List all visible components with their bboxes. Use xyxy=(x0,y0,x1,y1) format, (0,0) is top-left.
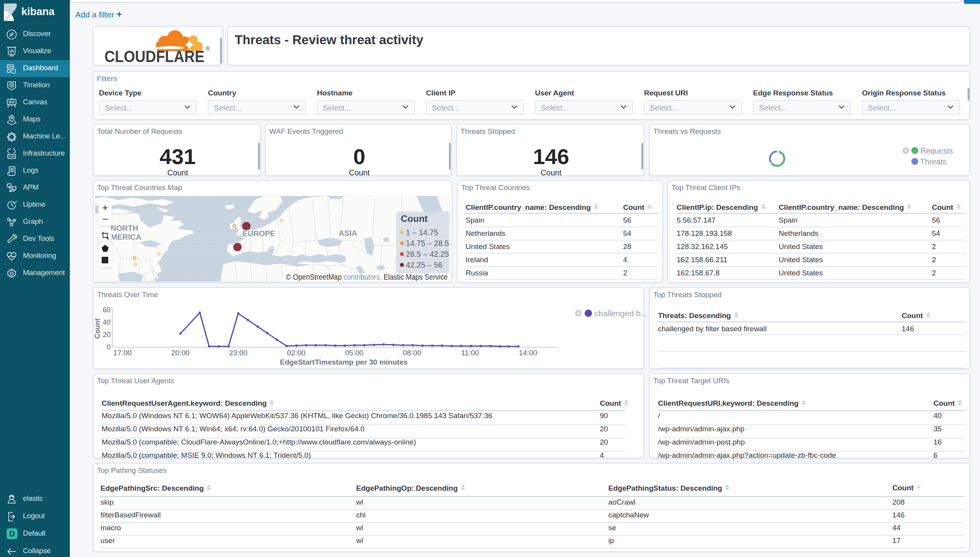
svg-text:NORTH: NORTH xyxy=(111,224,138,232)
svg-text:14.75 – 28.5: 14.75 – 28.5 xyxy=(406,239,449,247)
svg-text:EUROPE: EUROPE xyxy=(242,229,275,238)
svg-text:Count: Count xyxy=(93,318,101,339)
svg-text:02:00: 02:00 xyxy=(287,349,306,357)
svg-text:Count: Count xyxy=(401,213,428,224)
svg-text:08:00: 08:00 xyxy=(403,349,421,357)
svg-text:42.25 – 56: 42.25 – 56 xyxy=(406,261,443,269)
svg-text:®: ® xyxy=(206,45,210,52)
svg-text:11:00: 11:00 xyxy=(461,349,479,357)
svg-text:60: 60 xyxy=(103,306,111,314)
svg-text:40: 40 xyxy=(103,318,111,326)
svg-text:20:00: 20:00 xyxy=(171,349,190,357)
svg-text:20: 20 xyxy=(103,331,111,339)
svg-text:© OpenStreetMap contributors,: © OpenStreetMap contributors, Elastic Ma… xyxy=(286,273,448,281)
svg-text:17:00: 17:00 xyxy=(113,349,132,357)
svg-text:23:00: 23:00 xyxy=(229,349,248,357)
svg-text:28.5 – 42.25: 28.5 – 42.25 xyxy=(406,250,449,258)
svg-text:05:00: 05:00 xyxy=(345,349,364,357)
svg-text:CLOUDFLARE: CLOUDFLARE xyxy=(104,47,204,65)
svg-text:ASIA: ASIA xyxy=(339,229,357,237)
svg-text:14:00: 14:00 xyxy=(519,349,537,357)
svg-text:EdgeStartTimestamp per 30 minu: EdgeStartTimestamp per 30 minutes xyxy=(280,358,407,366)
svg-text:1 – 14.75: 1 – 14.75 xyxy=(406,228,438,237)
svg-text:0: 0 xyxy=(107,343,111,351)
